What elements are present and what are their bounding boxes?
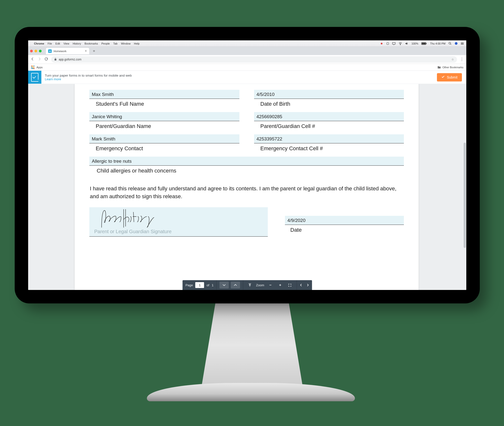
address-bar[interactable]: app.goformz.com ☆: [51, 56, 457, 63]
menubar-extension-icon[interactable]: [380, 42, 383, 45]
menu-view[interactable]: View: [63, 42, 69, 45]
zoom-label: Zoom: [256, 283, 264, 287]
emergency-cell-label: Emergency Contact Cell #: [254, 143, 404, 155]
monitor-stand-neck: [201, 299, 304, 391]
page-total: 1: [212, 283, 213, 287]
tab-favicon-icon: ▤: [48, 49, 52, 53]
scrollbar-thumb[interactable]: [464, 143, 466, 248]
submit-button[interactable]: Submit: [437, 73, 462, 81]
svg-point-0: [381, 43, 382, 44]
nav-reload-button[interactable]: [44, 57, 48, 62]
svg-rect-9: [55, 59, 56, 60]
menu-bookmarks[interactable]: Bookmarks: [84, 42, 98, 45]
monitor-frame: Chrome File Edit View History Bookmarks …: [15, 27, 480, 303]
app-header: Turn your paper forms in to smart forms …: [28, 71, 466, 84]
page-of-label: of: [207, 283, 209, 287]
app-tagline: Turn your paper forms in to smart forms …: [45, 74, 132, 77]
menu-people[interactable]: People: [101, 42, 110, 45]
zoom-out-button[interactable]: [267, 283, 274, 287]
folder-icon: [437, 66, 441, 69]
tab-close-icon[interactable]: ✕: [85, 49, 87, 53]
menu-edit[interactable]: Edit: [55, 42, 60, 45]
checkmark-icon: [441, 75, 445, 79]
guardian-name-input[interactable]: [89, 112, 239, 121]
submit-button-label: Submit: [447, 75, 457, 79]
tab-title: Homework: [54, 50, 67, 53]
sign-date-input[interactable]: [285, 216, 404, 225]
window-zoom-button[interactable]: [39, 50, 42, 52]
page-current-input[interactable]: [195, 282, 204, 288]
dob-input[interactable]: [254, 90, 404, 99]
wifi-icon[interactable]: [399, 42, 402, 45]
svg-rect-1: [387, 43, 389, 45]
notification-center-icon[interactable]: [461, 42, 464, 45]
vertical-scrollbar[interactable]: [463, 84, 466, 290]
screen: Chrome File Edit View History Bookmarks …: [28, 40, 466, 290]
nav-back-button[interactable]: [31, 57, 35, 62]
battery-percent: 100%: [411, 42, 418, 45]
window-close-button[interactable]: [30, 50, 33, 52]
svg-rect-2: [392, 42, 395, 44]
signature-field[interactable]: Parent or Legal Guardian Signature: [89, 207, 268, 237]
svg-point-8: [455, 42, 457, 45]
guardian-name-label: Parent/Guardian Name: [89, 121, 239, 133]
zoom-in-button[interactable]: [276, 283, 284, 287]
apps-shortcut-label[interactable]: Apps: [36, 66, 43, 69]
lock-icon: [54, 58, 57, 61]
menu-window[interactable]: Window: [121, 42, 130, 45]
window-minimize-button[interactable]: [35, 50, 37, 52]
nav-forward-button[interactable]: [37, 57, 41, 62]
menu-help[interactable]: Help: [134, 42, 140, 45]
student-name-input[interactable]: [89, 90, 239, 99]
form-workspace: Student's Full Name Date of Birth Parent…: [28, 84, 466, 290]
toolbar-prev-button[interactable]: [299, 284, 303, 287]
other-bookmarks[interactable]: Other Bookmarks: [442, 66, 463, 69]
signature-placeholder: Parent or Legal Guardian Signature: [94, 229, 172, 234]
bookmarks-bar: Apps Other Bookmarks: [28, 64, 466, 71]
browser-tab[interactable]: ▤ Homework ✕: [46, 47, 90, 54]
menubar-clock[interactable]: Thu 4:00 PM: [430, 42, 445, 45]
scroll-to-top-button[interactable]: [246, 283, 254, 287]
allergies-input[interactable]: [89, 157, 404, 166]
volume-icon[interactable]: [405, 42, 409, 45]
toolbar-next-button[interactable]: [305, 284, 310, 287]
release-text: I have read this release and fully under…: [89, 185, 404, 200]
menu-file[interactable]: File: [48, 42, 52, 45]
svg-rect-6: [426, 43, 427, 44]
guardian-cell-label: Parent/Guardian Cell #: [254, 121, 404, 133]
page-label: Page: [186, 283, 193, 287]
student-name-label: Student's Full Name: [89, 99, 239, 111]
menu-history[interactable]: History: [73, 42, 81, 45]
svg-point-7: [449, 42, 451, 44]
emergency-name-label: Emergency Contact: [89, 143, 239, 155]
fullscreen-button[interactable]: [286, 283, 293, 287]
new-tab-button[interactable]: ＋: [91, 48, 97, 54]
bookmark-star-icon[interactable]: ☆: [451, 58, 454, 61]
page-next-button[interactable]: [220, 282, 229, 288]
app-logo[interactable]: [28, 71, 41, 84]
svg-rect-5: [422, 43, 426, 44]
address-bar-url: app.goformz.com: [59, 58, 82, 61]
allergies-label: Child allergies or health concerns: [89, 166, 404, 177]
guardian-cell-input[interactable]: [254, 112, 404, 121]
monitor-stand-base: [147, 383, 355, 401]
svg-point-3: [400, 44, 400, 45]
macos-menubar: Chrome File Edit View History Bookmarks …: [28, 40, 466, 47]
menu-tab[interactable]: Tab: [113, 42, 117, 45]
siri-icon[interactable]: [455, 42, 458, 45]
chrome-menu-button[interactable]: ⋮: [460, 57, 464, 62]
page-toolbar: Page of 1: [183, 280, 312, 290]
learn-more-link[interactable]: Learn more: [45, 77, 132, 81]
screen-mirror-icon[interactable]: [392, 42, 396, 45]
spotlight-icon[interactable]: [448, 42, 452, 45]
menubar-shield-icon[interactable]: [386, 42, 389, 45]
form-page: Student's Full Name Date of Birth Parent…: [75, 84, 419, 290]
menubar-app-name[interactable]: Chrome: [34, 42, 44, 45]
sign-date-label: Date: [285, 225, 404, 237]
apps-shortcut-icon[interactable]: [31, 66, 35, 69]
signature-glyph-icon: [99, 209, 187, 228]
battery-icon[interactable]: [421, 42, 427, 45]
emergency-name-input[interactable]: [89, 134, 239, 143]
page-prev-button[interactable]: [231, 282, 240, 288]
emergency-cell-input[interactable]: [254, 134, 404, 143]
